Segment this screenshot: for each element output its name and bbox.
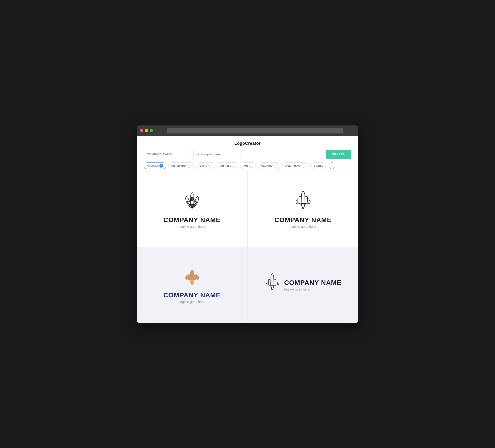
filter-label-airline: Airline	[199, 164, 207, 168]
maximize-button[interactable]	[150, 129, 153, 132]
filter-chip-art[interactable]: Art	[241, 162, 256, 169]
logo-card-1[interactable]: COMPANY NAME tagline goes here	[137, 171, 247, 247]
tagline-input[interactable]	[193, 150, 240, 159]
company-name-2: COMPANY NAME	[274, 216, 332, 224]
logo-icon-3	[180, 266, 204, 287]
extra-input[interactable]	[243, 150, 324, 159]
search-button[interactable]: SEARCH	[326, 150, 351, 159]
filter-bar: Abstract ✓ Agriculture Airline Animals A…	[137, 162, 358, 169]
url-bar	[167, 128, 343, 133]
filter-chip-attorney[interactable]: Attorney	[258, 162, 280, 169]
filter-chip-airline[interactable]: Airline	[196, 162, 215, 169]
search-bar: SEARCH	[137, 150, 358, 159]
filter-check-automotive	[302, 164, 305, 168]
app-content: LogoCreator SEARCH Abstract ✓ Agricultur…	[137, 136, 358, 323]
filter-check-abstract: ✓	[159, 164, 163, 168]
svg-rect-0	[190, 280, 194, 281]
company-name-input[interactable]	[144, 150, 191, 159]
logo-icon-4	[265, 272, 280, 293]
app-title: LogoCreator	[234, 141, 261, 146]
svg-rect-1	[190, 282, 194, 283]
filter-chip-abstract[interactable]: Abstract ✓	[144, 162, 166, 169]
filter-check-airline	[208, 164, 212, 168]
filter-label-art: Art	[244, 164, 248, 168]
company-name-3: COMPANY NAME	[163, 292, 221, 299]
logo-grid: COMPANY NAME tagline goes here	[137, 171, 358, 323]
filter-next-button[interactable]: →	[329, 162, 335, 169]
filter-check-agriculture	[187, 164, 191, 168]
logo-card-4[interactable]: COMPANY NAME tagline goes here	[248, 247, 358, 323]
filter-label-automotive: Automotive	[285, 164, 301, 168]
filter-label-abstract: Abstract	[147, 164, 158, 168]
filter-label-animals: Animals	[220, 164, 231, 168]
tagline-2: tagline goes here	[290, 225, 316, 228]
logo-text-group-4: COMPANY NAME tagline goes here	[284, 279, 342, 291]
filter-check-animals	[232, 164, 236, 168]
app-header: LogoCreator	[137, 136, 358, 150]
tagline-1: tagline goes here	[179, 225, 205, 228]
app-window: LogoCreator SEARCH Abstract ✓ Agricultur…	[137, 126, 358, 323]
tagline-4: tagline goes here	[284, 287, 342, 291]
minimize-button[interactable]	[145, 129, 148, 132]
filter-label-attorney: Attorney	[261, 164, 272, 168]
company-name-4: COMPANY NAME	[284, 279, 342, 286]
filter-label-agriculture: Agriculture	[171, 164, 186, 168]
tagline-3: tagline goes here	[179, 300, 205, 304]
filter-chip-agriculture[interactable]: Agriculture	[168, 162, 194, 169]
filter-check-attorney	[274, 164, 277, 168]
logo-icon-1	[180, 190, 204, 212]
filter-chip-animals[interactable]: Animals	[217, 162, 239, 169]
logo-horizontal-4: COMPANY NAME tagline goes here	[265, 272, 342, 298]
filter-label-beauty: Beauty	[314, 164, 323, 168]
company-name-1: COMPANY NAME	[163, 216, 221, 224]
logo-card-3[interactable]: COMPANY NAME tagline goes here	[137, 247, 247, 323]
titlebar	[137, 126, 358, 136]
filter-chip-beauty[interactable]: Beauty	[310, 162, 326, 169]
logo-card-2[interactable]: COMPANY NAME tagline goes here	[248, 171, 358, 247]
close-button[interactable]	[140, 129, 143, 132]
filter-chip-automotive[interactable]: Automotive	[282, 162, 309, 169]
logo-icon-2	[294, 190, 313, 212]
filter-check-art	[249, 164, 253, 168]
